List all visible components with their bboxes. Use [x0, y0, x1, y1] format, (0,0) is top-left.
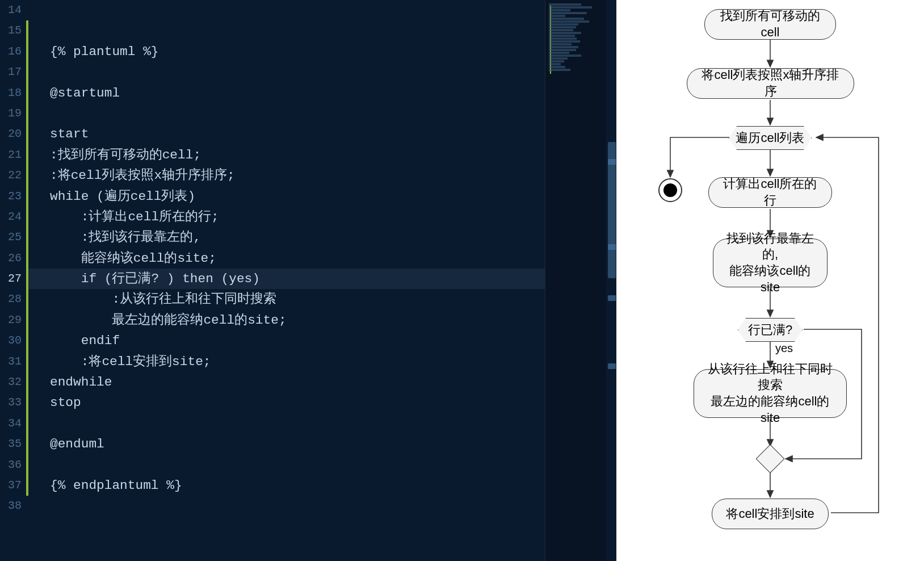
code-line[interactable]: 最左边的能容纳cell的site;	[26, 310, 616, 330]
line-number[interactable]: 31	[0, 351, 26, 372]
line-number[interactable]: 28	[0, 289, 26, 309]
line-number[interactable]: 26	[0, 248, 26, 269]
line-number[interactable]: 16	[0, 41, 26, 62]
git-change-bar	[26, 20, 28, 496]
code-line[interactable]: while (遍历cell列表)	[26, 186, 616, 207]
line-number[interactable]: 36	[0, 455, 26, 475]
flow-node-n5-text: 从该行往上和往下同时搜索 最左边的能容纳cell的site	[704, 361, 836, 426]
code-line[interactable]: endif	[26, 330, 616, 351]
line-number[interactable]: 19	[0, 103, 26, 124]
code-line[interactable]: :计算出cell所在的行;	[26, 207, 616, 227]
flow-node-n4-text: 找到该行最靠左的, 能容纳该cell的site	[724, 231, 817, 295]
line-gutter: 1415161718192021222324252627282930313233…	[0, 0, 26, 561]
line-number[interactable]: 20	[0, 124, 26, 144]
flow-loop-hexagon: 遍历cell列表	[729, 126, 812, 150]
code-line[interactable]: :将cell列表按照x轴升序排序;	[26, 165, 616, 186]
flowchart-diagram: 找到所有可移动的cell 将cell列表按照x轴升序排序 遍历cell列表 计算…	[616, 0, 924, 561]
scroll-mark	[608, 159, 616, 165]
line-number[interactable]: 23	[0, 186, 26, 207]
line-number[interactable]: 27	[0, 269, 26, 289]
code-line[interactable]: {% endplantuml %}	[26, 475, 616, 496]
code-line[interactable]: 能容纳该cell的site;	[26, 248, 616, 269]
code-editor-pane: 1415161718192021222324252627282930313233…	[0, 0, 616, 561]
line-number[interactable]: 37	[0, 475, 26, 496]
line-number[interactable]: 25	[0, 227, 26, 248]
line-number[interactable]: 35	[0, 434, 26, 454]
flow-condition-label: 行已满?	[748, 321, 792, 338]
code-line[interactable]	[26, 20, 616, 41]
flow-node-n4: 找到该行最靠左的, 能容纳该cell的site	[713, 238, 828, 287]
code-line[interactable]: :将cell安排到site;	[26, 351, 616, 372]
flow-end-dot	[663, 183, 677, 197]
line-number[interactable]: 14	[0, 0, 26, 20]
code-line[interactable]	[26, 413, 616, 434]
line-number[interactable]: 15	[0, 20, 26, 41]
flow-condition-hexagon: 行已满?	[738, 318, 803, 342]
code-line[interactable]: :找到所有可移动的cell;	[26, 145, 616, 165]
code-line[interactable]: stop	[26, 392, 616, 413]
scroll-mark	[608, 295, 616, 301]
code-line[interactable]: @startuml	[26, 83, 616, 103]
code-area[interactable]: {% plantuml %}@startumlstart:找到所有可移动的cel…	[26, 0, 616, 561]
line-number[interactable]: 17	[0, 62, 26, 82]
line-number[interactable]: 34	[0, 413, 26, 434]
line-number[interactable]: 33	[0, 392, 26, 413]
line-number[interactable]: 30	[0, 330, 26, 351]
flow-yes-label: yes	[775, 342, 793, 355]
flow-merge-diamond	[756, 445, 785, 474]
code-line[interactable]: if (行已满? ) then (yes)	[26, 269, 616, 289]
scroll-mark	[608, 363, 616, 369]
code-line[interactable]: @enduml	[26, 434, 616, 454]
flow-node-n2: 将cell列表按照x轴升序排序	[687, 68, 854, 99]
flow-loop-label: 遍历cell列表	[736, 129, 804, 146]
line-number[interactable]: 24	[0, 207, 26, 227]
editor-scrollbar[interactable]	[606, 0, 616, 561]
line-number[interactable]: 18	[0, 83, 26, 103]
code-line[interactable]	[26, 455, 616, 475]
code-line[interactable]: start	[26, 124, 616, 144]
line-number[interactable]: 29	[0, 310, 26, 330]
flow-node-n3: 计算出cell所在的行	[708, 177, 832, 208]
flow-end-circle	[658, 178, 682, 202]
code-line[interactable]	[26, 0, 616, 20]
line-number[interactable]: 22	[0, 165, 26, 186]
code-line[interactable]: endwhile	[26, 372, 616, 392]
code-line[interactable]: :从该行往上和往下同时搜索	[26, 289, 616, 309]
code-line[interactable]	[26, 496, 616, 516]
minimap[interactable]	[545, 0, 606, 561]
code-line[interactable]: :找到该行最靠左的,	[26, 227, 616, 248]
code-line[interactable]	[26, 103, 616, 124]
code-line[interactable]: {% plantuml %}	[26, 41, 616, 62]
line-number[interactable]: 21	[0, 145, 26, 165]
line-number[interactable]: 32	[0, 372, 26, 392]
scroll-mark	[608, 244, 616, 250]
flow-node-n6: 将cell安排到site	[712, 499, 829, 529]
flow-node-n1: 找到所有可移动的cell	[704, 9, 836, 40]
code-line[interactable]	[26, 62, 616, 82]
flow-node-n5: 从该行往上和往下同时搜索 最左边的能容纳cell的site	[694, 369, 847, 418]
minimap-content	[549, 3, 603, 72]
line-number[interactable]: 38	[0, 496, 26, 516]
preview-pane[interactable]: 找到所有可移动的cell 将cell列表按照x轴升序排序 遍历cell列表 计算…	[616, 0, 924, 561]
